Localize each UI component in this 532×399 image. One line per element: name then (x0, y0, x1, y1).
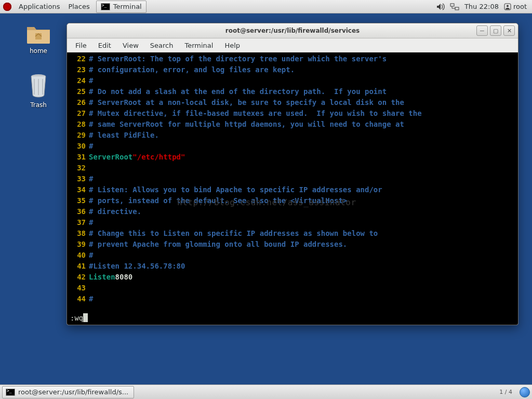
editor-line: 30 # (68, 141, 516, 152)
taskbar-window-label: root@server:/usr/lib/firewalld/s... (18, 388, 128, 396)
editor-line: 39 # prevent Apache from glomming onto a… (68, 239, 516, 250)
taskbar-terminal[interactable]: Terminal (96, 1, 147, 13)
editor-line: 37 # (68, 217, 516, 228)
editor-line: 22 # ServerRoot: The top of the director… (68, 54, 516, 64)
close-button[interactable]: ✕ (503, 25, 515, 36)
svg-point-3 (507, 5, 509, 7)
menu-file[interactable]: File (70, 40, 92, 51)
network-icon[interactable] (450, 3, 459, 10)
editor-line: 28 # same ServerRoot for multiple httpd … (68, 119, 516, 130)
clock[interactable]: Thu 22:08 (464, 3, 499, 10)
editor-line: 32 (68, 163, 516, 174)
menu-terminal[interactable]: Terminal (179, 40, 218, 51)
taskbar-terminal-label: Terminal (113, 3, 142, 10)
svg-rect-0 (450, 4, 454, 6)
user-icon (504, 3, 511, 10)
editor-line: 33 # (68, 174, 516, 184)
editor-line: 26 # ServerRoot at a non-local disk, be … (68, 97, 516, 108)
editor-line: 35 # ports, instead of the default. See … (68, 195, 516, 206)
svg-rect-1 (455, 7, 459, 10)
editor-line: 23 # configuration, error, and log files… (68, 64, 516, 75)
terminal-window: root@server:/usr/lib/firewalld/services … (66, 23, 518, 325)
terminal-icon (6, 389, 15, 396)
desktop-trash-icon[interactable]: Trash (18, 73, 59, 109)
terminal-icon (101, 3, 110, 10)
editor-line: 41 #Listen 12.34.56.78:80 (68, 261, 516, 272)
editor-line: 38 # Change this to Listen on specific I… (68, 228, 516, 239)
editor-line: 29 # least PidFile. (68, 130, 516, 141)
system-tray: Thu 22:08 root (436, 3, 529, 10)
menu-view[interactable]: View (117, 40, 144, 51)
window-title: root@server:/usr/lib/firewalld/services (67, 27, 518, 34)
minimize-button[interactable]: ─ (476, 25, 488, 36)
desktop-home-icon[interactable]: home (18, 23, 59, 55)
applications-menu[interactable]: Applications (15, 0, 64, 13)
user-label: root (513, 3, 527, 10)
desktop-trash-label: Trash (18, 101, 59, 109)
editor-line: 27 # Mutex directive, if file-based mute… (68, 108, 516, 119)
editor-line: 25 # Do not add a slash at the end of th… (68, 86, 516, 97)
menu-help[interactable]: Help (219, 40, 245, 51)
desktop-home-label: home (18, 47, 59, 55)
editor-line: 34 # Listen: Allows you to bind Apache t… (68, 184, 516, 195)
editor-line: 42 Listen 8080 (68, 272, 516, 283)
editor-line: 31 ServerRoot "/etc/httpd" (68, 152, 516, 163)
menu-search[interactable]: Search (145, 40, 179, 51)
bottom-panel: root@server:/usr/lib/firewalld/s... 1 / … (0, 384, 532, 399)
taskbar-window-button[interactable]: root@server:/usr/lib/firewalld/s... (2, 386, 134, 398)
top-panel: Applications Places Terminal Thu 22:08 r… (0, 0, 532, 14)
editor-line: 43 (68, 283, 516, 294)
editor-line: 44 # (68, 294, 516, 304)
workspace-indicator[interactable]: 1 / 4 (499, 389, 512, 395)
volume-icon[interactable] (436, 3, 445, 10)
titlebar[interactable]: root@server:/usr/lib/firewalld/services … (67, 23, 518, 38)
editor-line: 40 # (68, 250, 516, 261)
places-menu[interactable]: Places (64, 0, 94, 13)
text-cursor (83, 313, 88, 322)
editor-line: 36 # directive. (68, 206, 516, 217)
editor-line: 24 # (68, 75, 516, 86)
terminal-viewport[interactable]: http://blog.csdn.net/ass_assinator 22 # … (67, 52, 518, 325)
vim-command-line[interactable]: :wq (70, 313, 88, 324)
maximize-button[interactable]: ▢ (490, 25, 501, 36)
menu-edit[interactable]: Edit (93, 40, 116, 51)
distro-logo-icon[interactable] (3, 3, 11, 11)
show-desktop-button[interactable] (520, 387, 530, 397)
user-menu[interactable]: root (504, 3, 527, 10)
menubar: File Edit View Search Terminal Help (67, 38, 518, 52)
